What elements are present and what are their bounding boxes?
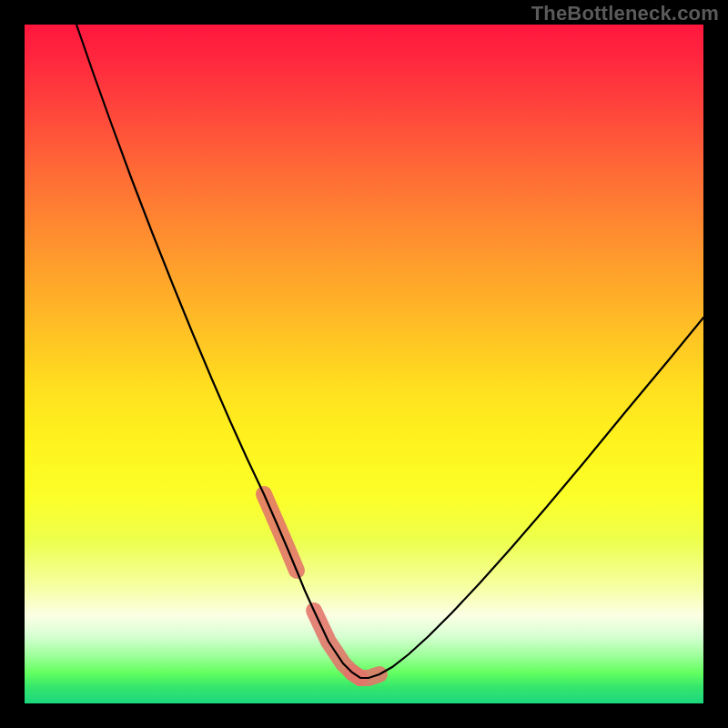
- curve-layer: [25, 25, 703, 703]
- main-curve: [76, 25, 703, 678]
- plot-area: [25, 25, 703, 703]
- watermark-text: TheBottleneck.com: [531, 2, 719, 25]
- chart-frame: TheBottleneck.com: [0, 0, 728, 728]
